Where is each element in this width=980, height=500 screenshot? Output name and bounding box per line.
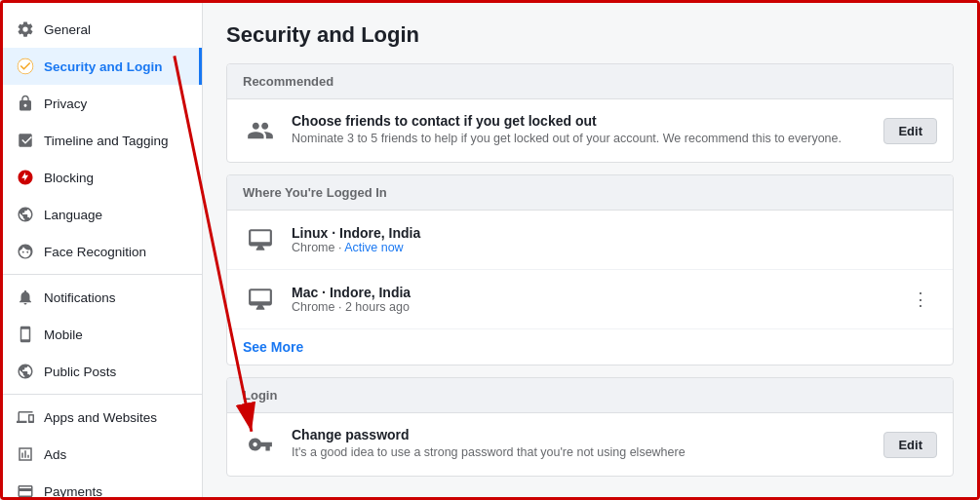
login-linux-meta: Chrome · Active now bbox=[292, 241, 937, 254]
change-password-desc: It's a good idea to use a strong passwor… bbox=[292, 444, 872, 462]
general-icon bbox=[15, 19, 36, 40]
section-item-trusted-contacts: Choose friends to contact if you get loc… bbox=[227, 99, 953, 162]
see-more-row: See More bbox=[227, 329, 953, 365]
security-login-icon bbox=[15, 56, 36, 77]
trusted-contacts-edit-button[interactable]: Edit bbox=[883, 118, 937, 144]
sidebar-item-mobile[interactable]: Mobile bbox=[3, 316, 202, 353]
ads-icon bbox=[15, 443, 36, 465]
change-password-action: Edit bbox=[883, 432, 937, 458]
sidebar-item-face-recognition[interactable]: Face Recognition bbox=[3, 233, 202, 270]
trusted-contacts-icon bbox=[243, 113, 278, 148]
sidebar-item-label-public-posts: Public Posts bbox=[44, 365, 116, 379]
sidebar-item-security-login[interactable]: Security and Login bbox=[3, 48, 202, 85]
change-password-content: Change passwordIt's a good idea to use a… bbox=[292, 427, 872, 462]
sidebar-item-label-language: Language bbox=[44, 208, 102, 222]
sidebar-item-label-mobile: Mobile bbox=[44, 327, 83, 342]
sidebar-item-notifications[interactable]: Notifications bbox=[3, 279, 202, 316]
language-icon bbox=[15, 204, 36, 225]
trusted-contacts-content: Choose friends to contact if you get loc… bbox=[292, 113, 872, 148]
section-where-logged-in: Where You're Logged InLinux · Indore, In… bbox=[226, 174, 954, 365]
login-mac-icon bbox=[243, 282, 278, 317]
mobile-icon bbox=[15, 324, 36, 345]
sidebar-item-ads[interactable]: Ads bbox=[3, 436, 202, 473]
timeline-tagging-icon bbox=[15, 130, 36, 151]
apps-websites-icon bbox=[15, 406, 36, 428]
sidebar-item-general[interactable]: General bbox=[3, 11, 202, 48]
trusted-contacts-desc: Nominate 3 to 5 friends to help if you g… bbox=[292, 131, 872, 148]
sidebar-item-blocking[interactable]: Blocking bbox=[3, 159, 202, 196]
page-title: Security and Login bbox=[226, 22, 954, 48]
sidebar: GeneralSecurity and LoginPrivacyTimeline… bbox=[3, 3, 203, 497]
sidebar-item-label-general: General bbox=[44, 22, 91, 37]
section-item-change-password: Change passwordIt's a good idea to use a… bbox=[227, 413, 953, 476]
sidebar-divider-2 bbox=[3, 394, 202, 395]
section-header-recommended: Recommended bbox=[227, 64, 953, 99]
see-more-link[interactable]: See More bbox=[243, 339, 303, 355]
payments-icon bbox=[15, 481, 36, 497]
sidebar-item-label-face-recognition: Face Recognition bbox=[44, 245, 146, 259]
sidebar-item-privacy[interactable]: Privacy bbox=[3, 85, 202, 122]
change-password-title: Change password bbox=[292, 427, 872, 442]
sidebar-item-timeline-tagging[interactable]: Timeline and Tagging bbox=[3, 122, 202, 159]
active-now-badge: Active now bbox=[344, 241, 403, 254]
sidebar-item-label-apps-websites: Apps and Websites bbox=[44, 410, 157, 425]
sidebar-divider bbox=[3, 274, 202, 275]
main-content: Security and Login RecommendedChoose fri… bbox=[203, 3, 977, 497]
sidebar-item-label-blocking: Blocking bbox=[44, 171, 94, 185]
section-header-where-logged-in: Where You're Logged In bbox=[227, 175, 953, 211]
login-linux-device: Linux · Indore, India bbox=[292, 225, 937, 241]
login-linux-info: Linux · Indore, IndiaChrome · Active now bbox=[292, 225, 937, 254]
login-mac-device: Mac · Indore, India bbox=[292, 285, 904, 300]
login-linux-icon bbox=[243, 222, 278, 257]
change-password-edit-button[interactable]: Edit bbox=[883, 432, 937, 458]
trusted-contacts-title: Choose friends to contact if you get loc… bbox=[292, 113, 872, 129]
login-mac-meta: Chrome · 2 hours ago bbox=[292, 300, 904, 314]
face-recognition-icon bbox=[15, 241, 36, 262]
privacy-icon bbox=[15, 93, 36, 114]
sidebar-item-label-timeline-tagging: Timeline and Tagging bbox=[44, 134, 169, 148]
sidebar-item-apps-websites[interactable]: Apps and Websites bbox=[3, 399, 202, 436]
app-window: GeneralSecurity and LoginPrivacyTimeline… bbox=[0, 0, 980, 500]
login-entry-login-linux: Linux · Indore, IndiaChrome · Active now bbox=[227, 211, 953, 270]
public-posts-icon bbox=[15, 361, 36, 382]
sidebar-item-language[interactable]: Language bbox=[3, 196, 202, 233]
sidebar-item-label-ads: Ads bbox=[44, 447, 66, 462]
sidebar-item-label-privacy: Privacy bbox=[44, 96, 87, 111]
login-mac-info: Mac · Indore, IndiaChrome · 2 hours ago bbox=[292, 285, 904, 314]
blocking-icon bbox=[15, 167, 36, 188]
section-login-section: LoginChange passwordIt's a good idea to … bbox=[226, 377, 954, 477]
change-password-icon bbox=[243, 427, 278, 462]
sidebar-item-public-posts[interactable]: Public Posts bbox=[3, 353, 202, 390]
section-header-login-section: Login bbox=[227, 378, 953, 413]
trusted-contacts-action: Edit bbox=[883, 118, 937, 144]
sidebar-item-payments[interactable]: Payments bbox=[3, 473, 202, 497]
sidebar-item-label-notifications: Notifications bbox=[44, 290, 116, 305]
login-mac-more-button[interactable]: ⋮ bbox=[904, 285, 937, 314]
login-entry-login-mac: Mac · Indore, IndiaChrome · 2 hours ago⋮ bbox=[227, 270, 953, 329]
section-recommended: RecommendedChoose friends to contact if … bbox=[226, 63, 954, 163]
sidebar-item-label-payments: Payments bbox=[44, 484, 102, 498]
sidebar-item-label-security-login: Security and Login bbox=[44, 59, 163, 74]
notifications-icon bbox=[15, 287, 36, 308]
